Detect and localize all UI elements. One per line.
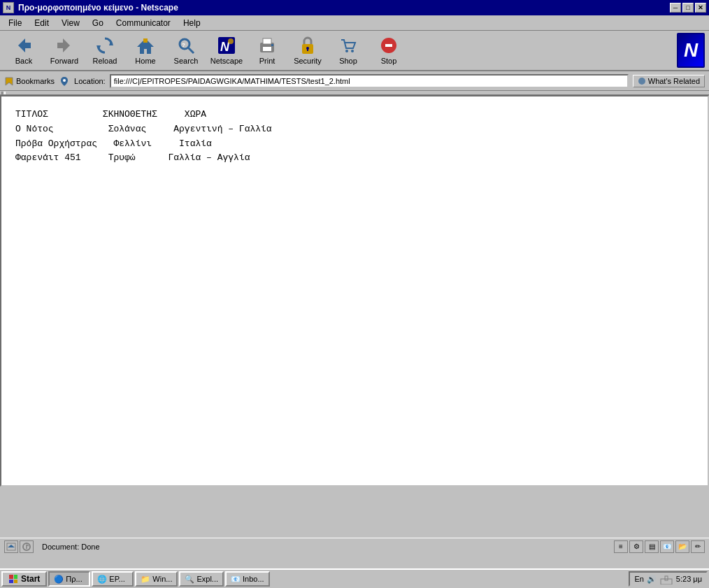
svg-rect-15 [263,38,271,44]
reload-icon [95,36,115,55]
svg-rect-36 [14,580,17,583]
row3-director: Τρυφώ [108,152,136,163]
status-text: Document: Done [36,543,611,551]
svg-text:?: ? [182,42,185,48]
back-button[interactable]: Back [4,33,43,68]
language-indicator: En [634,575,643,583]
forward-label: Forward [50,57,78,65]
netscape-button[interactable]: N Netscape [207,33,246,68]
location-bar: Bookmarks Location: What's Related [0,71,709,91]
svg-marker-25 [6,78,13,85]
taskbar-icon-ep: 🌐 [97,575,107,584]
svg-rect-35 [9,580,13,583]
clock: 5:23 μμ [676,575,702,583]
taskbar-label-expl: Expl... [196,575,218,583]
title-bar: N Προ-μορφοποιημένο κείμενο - Netscape ─… [0,0,709,15]
taskbar: Start 🔵 Πρ... 🌐 EP... 📁 Win... 🔍 Expl...… [0,568,709,588]
status-icon-r1: ≡ [614,540,628,553]
status-bar: Document: Done ≡ ⚙ ▤ 📧 📂 ✏ [0,538,709,554]
status-icon-left2 [20,540,34,553]
taskbar-item-netscape[interactable]: 🔵 Πρ... [48,571,90,587]
taskbar-item-expl[interactable]: 🔍 Expl... [179,571,224,587]
toolbar: Back Forward Reload [0,31,709,71]
print-label: Print [259,57,275,65]
taskbar-icon-expl: 🔍 [185,575,194,584]
svg-rect-7 [143,38,148,43]
svg-rect-3 [57,43,63,48]
row1-country: Αργεντινή – Γαλλία [173,124,271,134]
svg-point-26 [63,79,66,82]
row2-title: Πρόβα Ορχήστρας [15,138,97,149]
stop-label: Stop [381,57,397,65]
taskbar-item-ep[interactable]: 🌐 EP... [92,571,134,587]
close-button[interactable]: ✕ [695,3,706,13]
svg-point-21 [345,50,348,52]
minimize-button[interactable]: ─ [670,3,681,13]
svg-marker-0 [18,38,25,52]
taskbar-item-inbo[interactable]: 📧 Inbo... [225,571,270,587]
forward-icon [55,36,74,55]
svg-rect-20 [307,48,308,51]
taskbar-right: En 🔊 5:23 μμ [629,571,708,587]
netscape-label: Netscape [210,57,243,65]
row3-country: Γαλλία – Αγγλία [168,152,250,163]
bookmarks-button[interactable]: Bookmarks [4,76,55,86]
taskbar-icon-inbo: 📧 [231,575,241,584]
svg-rect-1 [25,43,31,48]
network-icon [659,573,673,585]
forward-button[interactable]: Forward [45,33,84,68]
location-icon [59,76,70,87]
shop-button[interactable]: Shop [329,33,368,68]
app-icon: N [3,2,14,13]
location-input[interactable] [110,74,629,88]
status-icon-r6: ✏ [691,540,705,553]
status-icon-r2: ⚙ [629,540,643,553]
col-header-director: ΣΚΗΝΟΘΕΤΗΣ [103,109,157,120]
svg-rect-33 [9,575,13,579]
back-icon [14,36,34,55]
taskbar-label-ep: EP... [109,575,124,583]
menu-file[interactable]: File [3,17,27,29]
taskbar-icon-win: 📁 [141,575,150,584]
menu-help[interactable]: Help [178,17,206,29]
netscape-icon: N [217,36,236,55]
taskbar-label-inbo: Inbo... [243,575,264,583]
svg-point-13 [228,38,234,44]
maximize-button[interactable]: □ [682,3,694,13]
reload-button[interactable]: Reload [85,33,124,68]
svg-rect-24 [385,44,392,47]
home-button[interactable]: Home [126,33,165,68]
stop-button[interactable]: Stop [369,33,408,68]
row2-director: Φελλίνι [113,138,152,149]
status-icon-r3: ▤ [645,540,659,553]
menu-edit[interactable]: Edit [29,17,55,29]
svg-line-9 [188,48,194,53]
window-title: Προ-μορφοποιημένο κείμενο - Netscape [18,3,178,13]
svg-point-27 [638,78,645,85]
print-button[interactable]: Print [248,33,287,68]
whats-related-button[interactable]: What's Related [633,75,705,87]
home-icon [136,36,155,55]
taskbar-icon-netscape: 🔵 [54,575,64,584]
menu-communicator[interactable]: Communicator [110,17,176,29]
home-label: Home [135,57,155,65]
volume-icon: 🔊 [647,575,657,584]
taskbar-label-win: Win... [152,575,172,583]
status-icon-r5: 📂 [675,540,689,553]
print-icon [257,36,277,55]
search-button[interactable]: ? Search [166,33,206,68]
col-header-country: ΧΩΡΑ [185,109,206,120]
whats-related-label: What's Related [648,77,700,85]
security-button[interactable]: Security [288,33,327,68]
svg-point-22 [351,50,354,52]
svg-rect-39 [665,576,668,580]
start-button[interactable]: Start [1,571,47,587]
stop-icon [379,36,399,55]
menu-go[interactable]: Go [87,17,109,29]
bookmarks-label: Bookmarks [16,77,55,85]
status-icon-left1 [4,540,18,553]
svg-marker-2 [63,38,70,52]
menu-view[interactable]: View [56,17,85,29]
taskbar-item-win[interactable]: 📁 Win... [135,571,178,587]
content-area: ΤΙΤΛΟΣ ΣΚΗΝΟΘΕΤΗΣ ΧΩΡΑ Ο Νότος Σολάνας Α… [0,95,709,487]
